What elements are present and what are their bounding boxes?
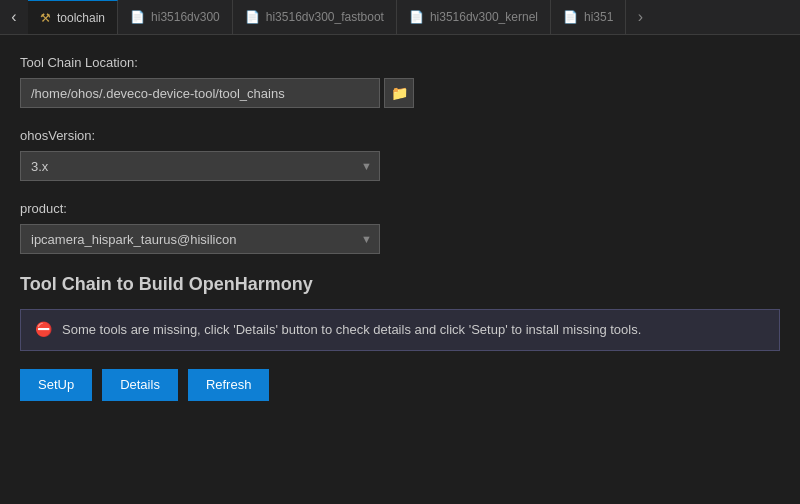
wrench-icon: ⚒ — [40, 11, 51, 25]
product-label: product: — [20, 201, 780, 216]
doc-icon-3: 📄 — [409, 10, 424, 24]
chevron-right-icon: › — [638, 8, 643, 26]
ohos-version-label: ohosVersion: — [20, 128, 780, 143]
tool-chain-location-input[interactable] — [20, 78, 380, 108]
folder-icon: 📁 — [391, 85, 408, 101]
main-content: Tool Chain Location: 📁 ohosVersion: 3.x … — [0, 35, 800, 504]
tool-chain-location-label: Tool Chain Location: — [20, 55, 780, 70]
browse-button[interactable]: 📁 — [384, 78, 414, 108]
chevron-left-icon: ‹ — [11, 8, 16, 26]
action-buttons: SetUp Details Refresh — [20, 369, 780, 401]
tab-toolchain-label: toolchain — [57, 11, 105, 25]
doc-icon-4: 📄 — [563, 10, 578, 24]
alert-message: Some tools are missing, click 'Details' … — [62, 321, 641, 339]
tab-hi3516dv300-fastboot[interactable]: 📄 hi3516dv300_fastboot — [233, 0, 397, 35]
section-title: Tool Chain to Build OpenHarmony — [20, 274, 780, 295]
doc-icon-1: 📄 — [130, 10, 145, 24]
doc-icon-2: 📄 — [245, 10, 260, 24]
ohos-version-wrapper: 3.x 2.x 1.x ▼ — [20, 151, 380, 181]
refresh-button[interactable]: Refresh — [188, 369, 270, 401]
ohos-version-select[interactable]: 3.x 2.x 1.x — [20, 151, 380, 181]
tab-toolchain[interactable]: ⚒ toolchain — [28, 0, 118, 35]
tab-nav-next[interactable]: › — [626, 0, 654, 35]
tab-hi3516dv300-fastboot-label: hi3516dv300_fastboot — [266, 10, 384, 24]
product-wrapper: ipcamera_hispark_taurus@hisilicon ▼ — [20, 224, 380, 254]
product-select[interactable]: ipcamera_hispark_taurus@hisilicon — [20, 224, 380, 254]
tab-hi351-more[interactable]: 📄 hi351 — [551, 0, 626, 35]
product-section: product: ipcamera_hispark_taurus@hisilic… — [20, 201, 780, 254]
tab-hi3516dv300-kernel[interactable]: 📄 hi3516dv300_kernel — [397, 0, 551, 35]
details-button[interactable]: Details — [102, 369, 178, 401]
tool-chain-location-row: 📁 — [20, 78, 780, 108]
tab-bar: ‹ ⚒ toolchain 📄 hi3516dv300 📄 hi3516dv30… — [0, 0, 800, 35]
tab-hi3516dv300[interactable]: 📄 hi3516dv300 — [118, 0, 233, 35]
ohos-version-section: ohosVersion: 3.x 2.x 1.x ▼ — [20, 128, 780, 181]
alert-box: ⛔ Some tools are missing, click 'Details… — [20, 309, 780, 351]
tab-hi3516dv300-kernel-label: hi3516dv300_kernel — [430, 10, 538, 24]
tab-hi351-more-label: hi351 — [584, 10, 613, 24]
setup-button[interactable]: SetUp — [20, 369, 92, 401]
tab-hi3516dv300-label: hi3516dv300 — [151, 10, 220, 24]
tool-chain-location-section: Tool Chain Location: 📁 — [20, 55, 780, 108]
tab-nav-prev[interactable]: ‹ — [0, 0, 28, 35]
error-icon: ⛔ — [35, 320, 52, 340]
